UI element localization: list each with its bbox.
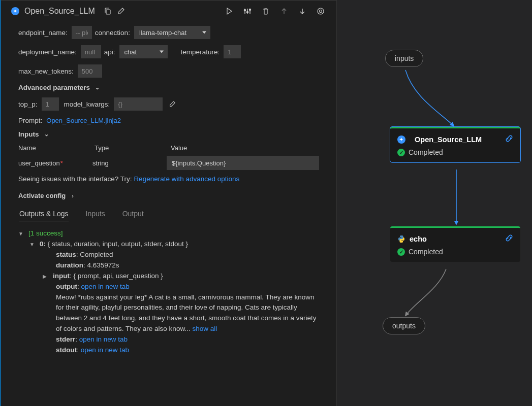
regenerate-link[interactable]: Regenerate with advanced options <box>134 175 239 183</box>
link-icon[interactable] <box>505 234 513 244</box>
link-icon[interactable] <box>505 134 513 144</box>
svg-point-4 <box>318 8 324 14</box>
api-select[interactable]: chat <box>119 45 168 58</box>
caret-down-icon[interactable]: ▼ <box>18 230 25 238</box>
graph-edges <box>337 0 532 406</box>
input-name: user_question <box>18 159 60 167</box>
svg-point-1 <box>244 10 246 11</box>
delete-icon[interactable] <box>260 6 271 17</box>
open-stderr-link[interactable]: open in new tab <box>79 335 128 343</box>
prompt-file-link[interactable]: Open_Source_LLM.jinja2 <box>46 117 121 124</box>
endpoint-name-label: endpoint_name: <box>18 29 68 37</box>
chevron-down-icon: ⌄ <box>44 131 49 138</box>
prompt-row: Prompt: Open_Source_LLM.jinja2 <box>18 117 319 124</box>
tab-output[interactable]: Output <box>122 210 144 221</box>
chevron-down-icon: ⌄ <box>95 84 100 91</box>
check-icon: ✓ <box>397 248 405 256</box>
endpoint-name-input[interactable] <box>72 26 92 39</box>
node-editor-panel: ✦ Open_Source_LLM <box>0 0 336 406</box>
inputs-table: Name Type Value user_question* string <box>18 144 319 170</box>
caret-down-icon[interactable]: ▼ <box>29 241 37 249</box>
node-header-bar: ✦ Open_Source_LLM <box>1 0 336 21</box>
temperature-label: temperature: <box>181 48 220 56</box>
flow-graph-panel[interactable]: inputs ✦ Open_Source_LLM ✓ Completed ech… <box>336 0 532 406</box>
logs-tree: ▼ [ 1 success ] ▼ 0: { status, duration,… <box>18 228 319 356</box>
output-tabs: Outputs & Logs Inputs Output <box>18 210 319 221</box>
graph-outputs-node[interactable]: outputs <box>383 317 425 334</box>
settings-icon[interactable] <box>242 6 253 17</box>
form-row-main: endpoint_name: connection: llama-temp-ch… <box>18 26 319 39</box>
copy-icon[interactable] <box>102 6 113 17</box>
open-output-link[interactable]: open in new tab <box>81 283 130 290</box>
tab-inputs[interactable]: Inputs <box>86 210 105 221</box>
python-icon <box>397 235 405 243</box>
inputs-toggle[interactable]: Inputs ⌄ <box>18 130 319 138</box>
graph-node-echo[interactable]: echo ✓ Completed <box>390 226 520 262</box>
svg-point-2 <box>247 12 248 13</box>
graph-inputs-node[interactable]: inputs <box>385 50 423 67</box>
prompt-label: Prompt: <box>18 117 42 124</box>
advanced-toggle[interactable]: Advanced parameters ⌄ <box>18 84 319 91</box>
input-value-field[interactable] <box>167 156 319 170</box>
edit-kwargs-icon[interactable] <box>166 97 179 111</box>
target-icon[interactable] <box>315 6 326 17</box>
check-icon: ✓ <box>397 149 405 156</box>
form-row-2: deployment_name: api: chat temperature: <box>18 45 319 58</box>
edit-icon[interactable] <box>115 6 127 17</box>
form-row-3: max_new_tokens: <box>18 64 319 78</box>
run-icon[interactable] <box>224 6 235 17</box>
deployment-name-label: deployment_name: <box>18 48 77 56</box>
svg-point-5 <box>320 10 322 13</box>
required-star: * <box>60 159 63 167</box>
input-type: string <box>92 159 167 167</box>
model-kwargs-input[interactable] <box>114 97 163 111</box>
max-tokens-input[interactable] <box>78 64 102 78</box>
activate-config-toggle[interactable]: Activate config › <box>18 192 319 199</box>
connection-select[interactable]: llama-temp-chat <box>134 26 210 39</box>
col-header-type: Type <box>95 144 171 152</box>
move-up-icon[interactable] <box>278 6 290 17</box>
svg-point-3 <box>249 9 251 11</box>
graph-node-open-source-llm[interactable]: ✦ Open_Source_LLM ✓ Completed <box>390 127 520 162</box>
deployment-name-input[interactable] <box>81 45 101 58</box>
chevron-right-icon: › <box>72 193 74 199</box>
open-stdout-link[interactable]: open in new tab <box>81 346 129 354</box>
svg-rect-0 <box>106 10 110 14</box>
top-p-input[interactable] <box>42 97 59 111</box>
model-kwargs-label: model_kwargs: <box>64 100 110 108</box>
col-header-name: Name <box>18 144 95 152</box>
form-row-advanced: top_p: model_kwargs: <box>18 97 319 111</box>
caret-right-icon[interactable]: ▶ <box>43 273 50 281</box>
output-text: Meow! *rubs against your leg* A cat is a… <box>56 292 319 335</box>
temperature-input[interactable] <box>224 45 241 58</box>
node-title: Open_Source_LLM <box>24 7 95 16</box>
move-down-icon[interactable] <box>297 6 308 17</box>
show-all-link[interactable]: show all <box>192 325 217 332</box>
top-p-label: top_p: <box>18 100 38 108</box>
api-label: api: <box>104 48 115 56</box>
max-tokens-label: max_new_tokens: <box>18 67 74 75</box>
col-header-value: Value <box>171 144 319 152</box>
tab-outputs-logs[interactable]: Outputs & Logs <box>19 210 69 221</box>
tool-icon: ✦ <box>11 7 19 15</box>
tool-icon: ✦ <box>397 136 405 144</box>
hint-row: Seeing issues with the interface? Try: R… <box>18 175 319 183</box>
connection-label: connection: <box>95 29 130 37</box>
table-row: user_question* string <box>18 156 319 170</box>
success-count: 1 success <box>30 228 61 239</box>
